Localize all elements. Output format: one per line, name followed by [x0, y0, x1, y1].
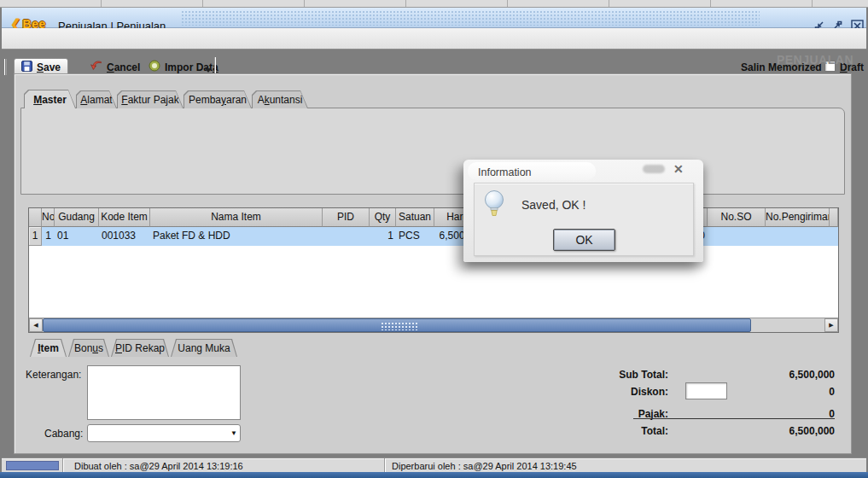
status-separator	[384, 458, 386, 473]
tab-pid-rekap[interactable]: PID Rekap	[111, 339, 169, 357]
status-bar: Dibuat oleh : sa@29 April 2014 13:19:16 …	[2, 458, 866, 472]
impor-data-dropdown-caret[interactable]	[205, 68, 212, 73]
information-dialog[interactable]: Information ✕ Saved, OK ! OK	[463, 160, 703, 262]
chevron-down-icon: ▼	[230, 429, 237, 437]
dialog-body: Saved, OK ! OK	[474, 183, 694, 256]
tab-akuntansi[interactable]: Akuntansi	[252, 90, 308, 108]
tab-item[interactable]: Item	[30, 339, 67, 357]
table-row[interactable]: 1 1 01 001033 Paket FD & HDD 1 PCS 6,500…	[29, 227, 838, 246]
totals-divider	[633, 418, 835, 419]
status-progress	[6, 461, 59, 470]
table-header-row[interactable]: No Gudang Kode Item Nama Item PID Qty Sa…	[29, 208, 838, 227]
page-title: PENJUALAN	[777, 53, 853, 67]
bottom-edge-strip	[0, 472, 868, 478]
impor-data-icon	[149, 60, 160, 74]
horizontal-scrollbar[interactable]: ◀ ▶	[29, 318, 838, 332]
diskon-value: 0	[725, 386, 835, 398]
dialog-close-icon[interactable]: ✕	[673, 162, 684, 176]
toolbar: Save Cancel Impor Data Salin Memorized D…	[2, 28, 866, 50]
tab-master[interactable]: Master	[24, 90, 76, 108]
titlebar-texture	[181, 10, 760, 26]
sub-total-value: 6,500,000	[725, 369, 835, 381]
title-bar[interactable]: ❮ Bee Penjualan | Penjualan	[2, 8, 866, 28]
sub-total-label: Sub Total:	[583, 369, 668, 381]
cancel-icon	[89, 60, 102, 74]
toolbar-grip[interactable]	[4, 59, 7, 75]
keterangan-label: Keterangan:	[26, 369, 81, 381]
tab-uang-muka[interactable]: Uang Muka	[171, 339, 237, 357]
bulb-icon	[483, 189, 505, 221]
items-table[interactable]: No Gudang Kode Item Nama Item PID Qty Sa…	[28, 207, 839, 333]
scroll-right-icon[interactable]: ▶	[824, 318, 838, 332]
created-by-text: Dibuat oleh : sa@29 April 2014 13:19:16	[74, 461, 243, 471]
diskon-field[interactable]	[685, 382, 727, 399]
tab-faktur-pajak[interactable]: Faktur Pajak	[117, 90, 184, 108]
ok-button[interactable]: OK	[553, 229, 615, 251]
total-label: Total:	[583, 425, 668, 437]
master-tab-panel	[20, 108, 845, 195]
background-window-strip	[0, 0, 868, 8]
dialog-title: Information	[478, 166, 532, 178]
scrollbar-grip	[381, 322, 418, 330]
keterangan-textarea[interactable]	[87, 365, 241, 420]
scrollbar-thumb[interactable]	[43, 318, 751, 332]
total-value: 6,500,000	[725, 425, 835, 437]
scroll-left-icon[interactable]: ◀	[29, 318, 43, 332]
diskon-label: Diskon:	[583, 386, 668, 398]
dialog-message: Saved, OK !	[521, 198, 585, 212]
tab-pembayaran[interactable]: Pembayaran	[184, 90, 252, 108]
tab-bonus[interactable]: Bonus	[68, 339, 109, 357]
cabang-label: Cabang:	[44, 428, 83, 440]
save-icon	[21, 61, 32, 74]
dialog-watermark	[643, 165, 665, 173]
updated-by-text: Diperbarui oleh : sa@29 April 2014 13:19…	[392, 461, 577, 471]
status-separator	[62, 458, 64, 473]
cabang-select[interactable]: ▼	[87, 424, 241, 442]
app-window: ❮ Bee Penjualan | Penjualan Save	[0, 0, 868, 478]
